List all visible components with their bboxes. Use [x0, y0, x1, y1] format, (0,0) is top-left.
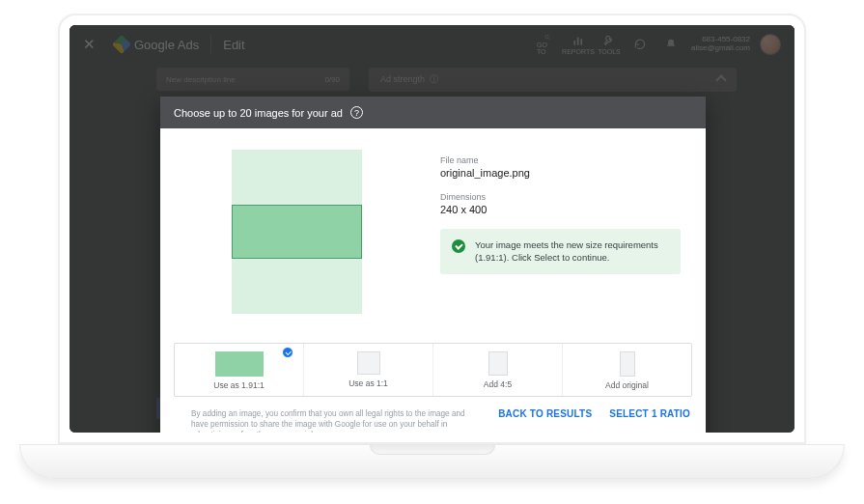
svg-rect-4	[580, 39, 582, 44]
tools-icon[interactable]: TOOLS	[599, 34, 620, 55]
modal-header: Choose up to 20 images for your ad ?	[160, 97, 706, 128]
select-ratio-button[interactable]: SELECT 1 RATIO	[609, 408, 690, 419]
chevron-up-icon	[715, 74, 726, 85]
back-to-results-button[interactable]: BACK TO RESULTS	[498, 408, 592, 419]
app-topbar: ✕ Google Ads Edit GO TO REPORTS	[70, 25, 794, 64]
image-picker-modal: Choose up to 20 images for your ad ? Fil…	[160, 97, 706, 433]
ad-strength-panel[interactable]: Ad strength ⓘ	[369, 68, 737, 92]
file-name-value: original_image.png	[440, 167, 681, 179]
logo-mark-icon	[112, 35, 131, 54]
image-preview[interactable]	[232, 150, 362, 314]
ratio-thumb	[357, 351, 380, 375]
ratio-option-3[interactable]: Add original	[562, 344, 691, 396]
laptop-frame: ✕ Google Ads Edit GO TO REPORTS	[58, 14, 806, 444]
dimensions-label: Dimensions	[440, 192, 681, 202]
laptop-base	[19, 444, 845, 479]
check-circle-icon	[452, 239, 465, 253]
avatar[interactable]	[760, 34, 781, 55]
ratio-thumb	[620, 351, 635, 377]
legal-text: By adding an image, you confirm that you…	[176, 403, 498, 433]
ratio-thumb	[488, 351, 508, 376]
ratio-thumb	[215, 351, 264, 377]
ratio-label: Add original	[605, 380, 649, 390]
product-name: Google Ads	[134, 38, 199, 52]
selected-check-icon	[282, 347, 293, 358]
svg-line-1	[548, 38, 549, 39]
account-info: 683-455-0832 alise@gmail.com	[691, 36, 750, 53]
divider	[210, 36, 211, 53]
ratio-option-0[interactable]: Use as 1.91:1	[175, 344, 303, 396]
description-field[interactable]: New description line 0/90	[156, 68, 349, 91]
ratio-option-1[interactable]: Use as 1:1	[303, 344, 432, 396]
search-icon[interactable]: GO TO	[537, 34, 558, 55]
ratio-label: Use as 1.91:1	[213, 380, 264, 390]
success-text: Your image meets the new size requiremen…	[475, 238, 669, 265]
ratio-options: Use as 1.91:1Use as 1:1Add 4:5Add origin…	[174, 343, 692, 397]
svg-point-0	[545, 35, 549, 39]
laptop-notch	[370, 445, 495, 455]
screen: ✕ Google Ads Edit GO TO REPORTS	[70, 25, 794, 433]
ratio-label: Use as 1:1	[348, 378, 388, 388]
svg-rect-3	[577, 38, 579, 45]
help-icon[interactable]: ?	[350, 106, 363, 119]
dimensions-value: 240 x 400	[440, 204, 681, 215]
ratio-label: Add 4:5	[484, 379, 512, 389]
refresh-icon[interactable]	[629, 34, 651, 55]
modal-title: Choose up to 20 images for your ad	[174, 107, 343, 119]
crop-overlay[interactable]	[232, 205, 362, 259]
ratio-option-2[interactable]: Add 4:5	[432, 344, 562, 396]
file-name-label: File name	[440, 155, 681, 165]
section-title: Edit	[223, 38, 244, 52]
close-icon[interactable]: ✕	[83, 36, 96, 53]
success-message: Your image meets the new size requiremen…	[440, 229, 681, 274]
notifications-icon[interactable]	[660, 34, 682, 55]
reports-icon[interactable]: REPORTS	[568, 34, 589, 55]
svg-rect-2	[573, 41, 575, 45]
google-ads-logo: Google Ads	[115, 38, 199, 52]
